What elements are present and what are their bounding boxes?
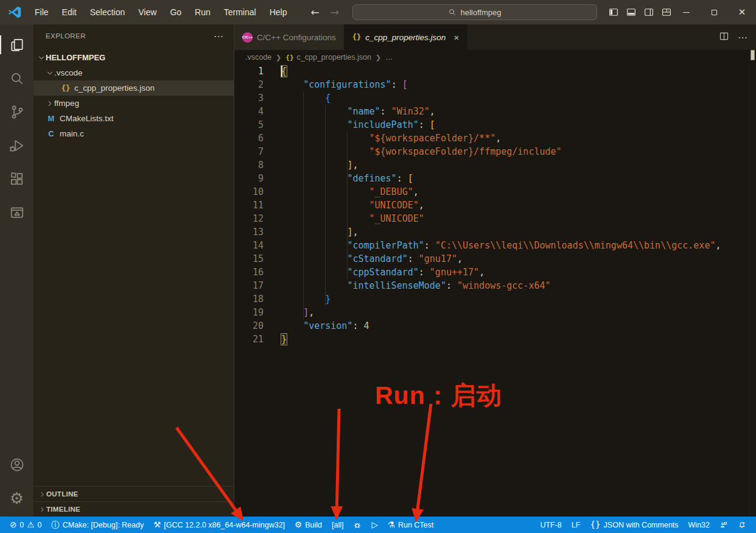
code-line-11[interactable]: 11 "UNICODE", bbox=[234, 199, 756, 212]
annotation-run-label: Run：启动 bbox=[375, 379, 502, 412]
statusbar-encoding[interactable]: UTF-8 bbox=[535, 517, 566, 533]
code-line-15[interactable]: 15 "cStandard": "gnu17", bbox=[234, 252, 756, 266]
nav-forward-icon[interactable]: → bbox=[331, 7, 339, 18]
maximize-button[interactable] bbox=[700, 0, 728, 24]
code-line-20[interactable]: 20 "version": 4 bbox=[234, 319, 756, 333]
tree-item--vscode[interactable]: .vscode bbox=[33, 65, 234, 80]
statusbar-cmake-launch[interactable]: ▷ bbox=[366, 517, 382, 533]
statusbar-eol[interactable]: LF bbox=[567, 517, 586, 533]
close-button[interactable]: ✕ bbox=[728, 0, 756, 24]
feedback-icon bbox=[719, 521, 728, 529]
code-line-4[interactable]: 4 "name": "Win32", bbox=[234, 105, 756, 118]
code-line-16[interactable]: 16 "cppStandard": "gnu++17", bbox=[234, 266, 756, 279]
menu-run[interactable]: Run bbox=[188, 4, 217, 20]
statusbar-problems[interactable]: ⊘0⚠0 bbox=[5, 517, 46, 533]
split-editor-icon[interactable] bbox=[719, 31, 729, 44]
more-actions-icon[interactable]: ⋯ bbox=[214, 30, 224, 42]
code-line-10[interactable]: 10 "_DEBUG", bbox=[234, 185, 756, 199]
code-line-14[interactable]: 14 "compilerPath": "C:\\Users\\leqi\\Dow… bbox=[234, 239, 756, 252]
tools-icon: ⚒ bbox=[153, 521, 161, 529]
code-line-3[interactable]: 3 { bbox=[234, 91, 756, 105]
editor-more-actions-icon[interactable]: ⋯ bbox=[738, 32, 747, 43]
statusbar-cmake-build[interactable]: ⚙Build bbox=[290, 517, 327, 533]
statusbar-cmake-target[interactable]: [all] bbox=[327, 517, 348, 533]
info-icon: ⓘ bbox=[51, 521, 60, 529]
menu-go[interactable]: Go bbox=[163, 4, 188, 20]
activitybar-account[interactable] bbox=[0, 448, 33, 481]
statusbar-cmake-status[interactable]: ⓘCMake: [Debug]: Ready bbox=[46, 517, 149, 533]
explorer-root-folder[interactable]: HELLOFFMPEG bbox=[33, 50, 234, 65]
code-line-18[interactable]: 18 } bbox=[234, 292, 756, 306]
json-file-icon: {} bbox=[352, 33, 361, 41]
code-line-9[interactable]: 9 "defines": [ bbox=[234, 172, 756, 185]
code-line-13[interactable]: 13 ], bbox=[234, 225, 756, 239]
breadcrumb: .vscode❯{}c_cpp_properties.json❯… bbox=[234, 50, 756, 65]
search-text: helloffmpeg bbox=[460, 8, 501, 17]
statusbar-configuration[interactable]: Win32 bbox=[684, 517, 715, 533]
breadcrumb-item[interactable]: .vscode bbox=[245, 53, 271, 62]
activitybar-cmake[interactable] bbox=[0, 196, 33, 229]
code-line-12[interactable]: 12 "_UNICODE" bbox=[234, 212, 756, 225]
tree-item-c-cpp-properties-json[interactable]: {}c_cpp_properties.json bbox=[33, 80, 234, 96]
menu-terminal[interactable]: Terminal bbox=[217, 4, 263, 20]
activitybar-search[interactable] bbox=[0, 62, 33, 95]
activitybar-settings[interactable]: ⚙ bbox=[0, 481, 33, 515]
section-outline[interactable]: OUTLINE bbox=[33, 486, 234, 501]
tree-item-ffmpeg[interactable]: ffmpeg bbox=[33, 96, 234, 111]
warning-icon: ⚠ bbox=[27, 521, 34, 529]
sidebar-title: EXPLORER bbox=[46, 32, 86, 40]
statusbar-cmake-kit[interactable]: ⚒[GCC 12.2.0 x86_64-w64-mingw32] bbox=[149, 517, 290, 533]
tree-item-main-c[interactable]: Cmain.c bbox=[33, 126, 234, 141]
tab-c-cpp-properties-json[interactable]: {}c_cpp_properties.json× bbox=[345, 24, 467, 50]
menu-edit[interactable]: Edit bbox=[55, 4, 83, 20]
activitybar-explorer[interactable] bbox=[0, 28, 33, 62]
tab-c-c-configurations[interactable]: C/C++C/C++ Configurations bbox=[234, 24, 345, 50]
code-editor[interactable]: 1{2 "configurations": [3 {4 "name": "Win… bbox=[234, 65, 756, 517]
activitybar-source-control[interactable] bbox=[0, 95, 33, 129]
code-line-1[interactable]: 1{ bbox=[234, 65, 756, 78]
customize-layout-icon[interactable] bbox=[661, 7, 672, 18]
search-icon bbox=[448, 8, 457, 16]
code-line-21[interactable]: 21} bbox=[234, 333, 756, 346]
status-bar: ⊘0⚠0ⓘCMake: [Debug]: Ready⚒[GCC 12.2.0 x… bbox=[0, 517, 756, 533]
code-line-19[interactable]: 19 ], bbox=[234, 306, 756, 319]
toggle-secondary-sidebar-icon[interactable] bbox=[643, 7, 654, 18]
activitybar-run-debug[interactable] bbox=[0, 129, 33, 162]
tree-item-cmakelists-txt[interactable]: MCMakeLists.txt bbox=[33, 111, 234, 126]
menu-help[interactable]: Help bbox=[263, 4, 294, 20]
layout-controls bbox=[608, 7, 672, 18]
statusbar-feedback[interactable] bbox=[715, 517, 733, 533]
statusbar-cmake-debug[interactable] bbox=[348, 517, 366, 533]
statusbar-run-ctest[interactable]: ⚗Run CTest bbox=[383, 517, 438, 533]
section-timeline[interactable]: TIMELINE bbox=[33, 501, 234, 517]
activitybar-extensions[interactable] bbox=[0, 162, 33, 196]
code-line-8[interactable]: 8 ], bbox=[234, 158, 756, 172]
code-line-2[interactable]: 2 "configurations": [ bbox=[234, 78, 756, 91]
chevron-down-icon bbox=[46, 69, 54, 77]
code-line-5[interactable]: 5 "includePath": [ bbox=[234, 118, 756, 132]
toggle-panel-icon[interactable] bbox=[626, 7, 637, 18]
code-line-7[interactable]: 7 "${workspaceFolder}/ffmpeg/include" bbox=[234, 145, 756, 158]
chevron-right-icon bbox=[46, 99, 54, 108]
chevron-down-icon bbox=[37, 54, 46, 62]
statusbar-language-mode[interactable]: {}JSON with Comments bbox=[585, 517, 683, 533]
bug-icon bbox=[353, 521, 362, 529]
breadcrumb-item[interactable]: {}c_cpp_properties.json bbox=[285, 53, 371, 62]
circle-slash-icon: ⊘ bbox=[10, 521, 16, 529]
minimize-button[interactable] bbox=[672, 0, 700, 24]
vscode-window: FileEditSelectionViewGoRunTerminalHelp ←… bbox=[0, 0, 756, 533]
breadcrumb-item[interactable]: … bbox=[385, 53, 393, 62]
tab-close-icon[interactable]: × bbox=[453, 32, 459, 43]
c-file-icon: C bbox=[46, 129, 57, 138]
menu-view[interactable]: View bbox=[131, 4, 163, 20]
nav-back-icon[interactable]: ← bbox=[310, 7, 319, 18]
command-center-search[interactable]: helloffmpeg bbox=[352, 4, 597, 20]
statusbar-notifications[interactable] bbox=[733, 517, 751, 533]
editor-group: C/C++C/C++ Configurations{}c_cpp_propert… bbox=[234, 24, 756, 517]
code-line-17[interactable]: 17 "intelliSenseMode": "windows-gcc-x64" bbox=[234, 279, 756, 292]
code-line-6[interactable]: 6 "${workspaceFolder}/**", bbox=[234, 132, 756, 145]
menu-selection[interactable]: Selection bbox=[83, 4, 132, 20]
menu-file[interactable]: File bbox=[28, 4, 55, 20]
toggle-sidebar-icon[interactable] bbox=[608, 7, 619, 18]
breadcrumb-separator-icon: ❯ bbox=[276, 54, 281, 62]
